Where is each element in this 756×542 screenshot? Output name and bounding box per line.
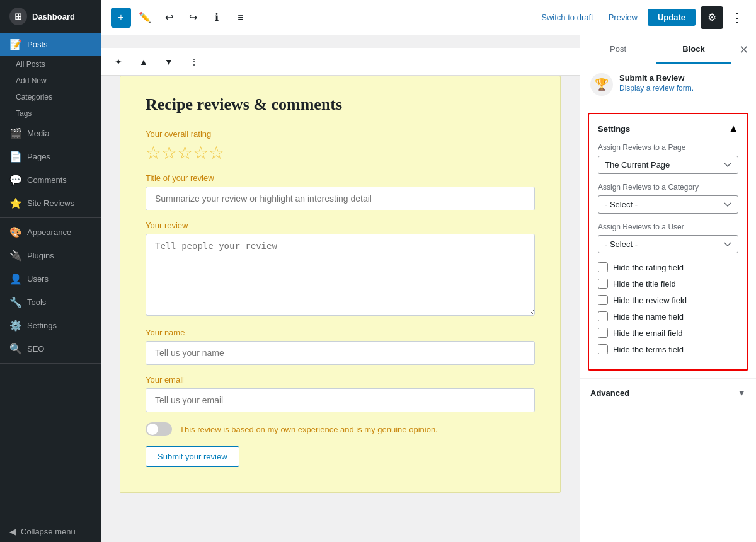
settings-collapse-button[interactable]: ▲: [728, 123, 738, 134]
sidebar-item-site-reviews[interactable]: ⭐ Site Reviews: [0, 192, 101, 215]
users-icon: 👤: [9, 273, 22, 285]
hide-name-row: Hide the name field: [598, 311, 738, 321]
sidebar-item-settings[interactable]: ⚙️ Settings: [0, 314, 101, 337]
block-down-button[interactable]: ▼: [159, 52, 179, 72]
star-rating[interactable]: ☆☆☆☆☆: [146, 142, 535, 163]
hide-email-checkbox[interactable]: [598, 328, 608, 338]
block-info: 🏆 Submit a Review Display a review form.: [580, 64, 756, 105]
email-label: Your email: [146, 375, 535, 384]
sidebar-item-tools[interactable]: 🔧 Tools: [0, 291, 101, 314]
toolbar-left: + ✏️ ↩ ↪ ℹ ≡: [111, 8, 251, 28]
list-view-button[interactable]: ≡: [231, 8, 251, 28]
hide-review-checkbox[interactable]: [598, 295, 608, 305]
settings-header: Settings ▲: [598, 123, 738, 134]
terms-toggle[interactable]: [146, 422, 172, 436]
settings-title: Settings: [598, 124, 630, 134]
block-description: Display a review form.: [619, 84, 694, 93]
sidebar-item-tags[interactable]: Tags: [9, 105, 101, 122]
block-star-button[interactable]: ✦: [108, 52, 129, 72]
settings-section: Settings ▲ Assign Reviews to a Page The …: [588, 113, 748, 371]
hide-terms-label: Hide the terms field: [613, 345, 684, 354]
sidebar-item-categories[interactable]: Categories: [9, 89, 101, 105]
form-title: Recipe reviews & comments: [146, 95, 535, 114]
appearance-icon: 🎨: [9, 226, 22, 238]
info-button[interactable]: ℹ: [207, 8, 227, 28]
tab-block[interactable]: Block: [656, 35, 731, 64]
pages-icon: 📄: [9, 151, 22, 163]
assign-page-label: Assign Reviews to a Page: [598, 143, 738, 152]
sidebar-item-plugins[interactable]: 🔌 Plugins: [0, 244, 101, 267]
sidebar-item-add-new[interactable]: Add New: [9, 72, 101, 89]
dashboard-icon: ⊞: [9, 8, 27, 25]
hide-rating-checkbox[interactable]: [598, 262, 608, 272]
seo-label: SEO: [27, 344, 44, 354]
name-input[interactable]: [146, 341, 535, 365]
hide-name-checkbox[interactable]: [598, 311, 608, 321]
advanced-section: Advanced ▼: [580, 378, 756, 407]
tab-post[interactable]: Post: [580, 35, 656, 64]
switch-to-draft-button[interactable]: Switch to draft: [536, 10, 598, 25]
media-label: Media: [27, 129, 49, 138]
site-reviews-label: Site Reviews: [27, 199, 74, 208]
hide-terms-checkbox[interactable]: [598, 344, 608, 354]
sidebar-item-users[interactable]: 👤 Users: [0, 267, 101, 291]
comments-icon: 💬: [9, 174, 22, 186]
title-label: Title of your review: [146, 173, 535, 183]
hide-email-row: Hide the email field: [598, 328, 738, 338]
tools-label: Tools: [27, 297, 46, 307]
block-info-text: Submit a Review Display a review form.: [619, 73, 694, 93]
assign-user-select[interactable]: - Select -: [598, 235, 738, 253]
add-new-label: Add New: [16, 76, 47, 85]
title-input[interactable]: [146, 187, 535, 210]
review-textarea[interactable]: [146, 234, 535, 316]
sidebar-item-comments[interactable]: 💬 Comments: [0, 168, 101, 192]
sidebar-item-posts[interactable]: 📝 Posts: [0, 33, 101, 56]
terms-label: This review is based on my own experienc…: [180, 425, 438, 434]
advanced-chevron-icon: ▼: [737, 388, 746, 398]
terms-row: This review is based on my own experienc…: [146, 422, 535, 436]
settings-label: Settings: [27, 321, 57, 330]
hide-title-label: Hide the title field: [613, 279, 676, 289]
block-toolbar: ✦ ▲ ▼ ⋮: [101, 48, 580, 76]
redo-button[interactable]: ↪: [183, 8, 203, 28]
block-icon: 🏆: [590, 73, 613, 96]
update-button[interactable]: Update: [648, 9, 696, 26]
users-label: Users: [27, 274, 49, 284]
preview-button[interactable]: Preview: [604, 10, 643, 25]
more-options-button[interactable]: ⋮: [728, 8, 746, 28]
hide-title-checkbox[interactable]: [598, 279, 608, 289]
panel-close-button[interactable]: ✕: [731, 38, 756, 62]
hide-terms-row: Hide the terms field: [598, 344, 738, 354]
sidebar-item-media[interactable]: 🎬 Media: [0, 122, 101, 145]
sidebar-item-all-posts[interactable]: All Posts: [9, 56, 101, 72]
hide-rating-label: Hide the rating field: [613, 263, 684, 272]
gear-button[interactable]: ⚙: [701, 6, 723, 29]
hide-name-label: Hide the name field: [613, 312, 684, 321]
assign-page-select[interactable]: The Current Page: [598, 156, 738, 174]
hide-title-row: Hide the title field: [598, 279, 738, 289]
sidebar: ⊞ Dashboard 📝 Posts All Posts Add New Ca…: [0, 0, 101, 542]
submit-review-button[interactable]: Submit your review: [146, 446, 239, 467]
all-posts-label: All Posts: [16, 60, 45, 69]
assign-category-select[interactable]: - Select -: [598, 195, 738, 214]
review-label: Your review: [146, 221, 535, 230]
assign-category-label: Assign Reviews to a Category: [598, 183, 738, 192]
add-block-button[interactable]: +: [111, 8, 131, 28]
sidebar-item-appearance[interactable]: 🎨 Appearance: [0, 221, 101, 244]
plugins-label: Plugins: [27, 251, 54, 260]
hide-email-label: Hide the email field: [613, 328, 683, 338]
tags-label: Tags: [16, 109, 32, 118]
advanced-title: Advanced: [590, 388, 629, 398]
sidebar-item-pages[interactable]: 📄 Pages: [0, 145, 101, 168]
dashboard-logo[interactable]: ⊞ Dashboard: [0, 0, 101, 33]
sidebar-item-seo[interactable]: 🔍 SEO: [0, 337, 101, 360]
undo-button[interactable]: ↩: [159, 8, 179, 28]
block-up-button[interactable]: ▲: [134, 52, 154, 72]
edit-button[interactable]: ✏️: [135, 8, 155, 28]
block-more-button[interactable]: ⋮: [184, 52, 204, 72]
email-input[interactable]: [146, 388, 535, 412]
sidebar-divider-1: [0, 217, 101, 218]
collapse-menu-button[interactable]: ◀ Collapse menu: [0, 521, 101, 542]
seo-icon: 🔍: [9, 343, 22, 355]
advanced-header[interactable]: Advanced ▼: [590, 388, 746, 398]
